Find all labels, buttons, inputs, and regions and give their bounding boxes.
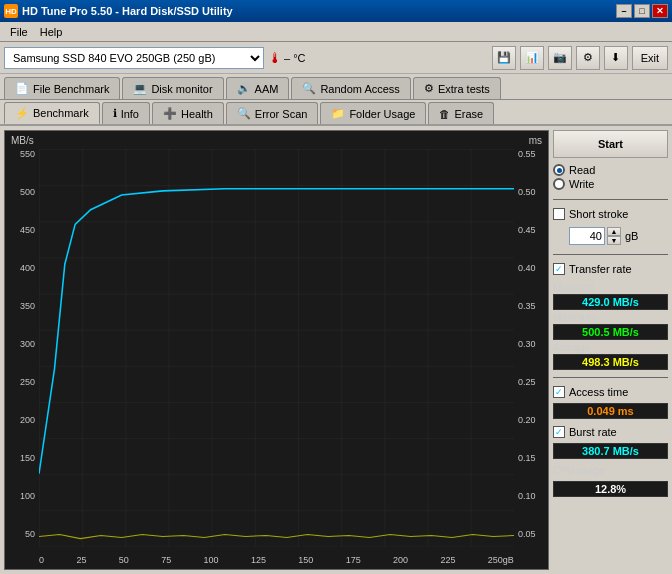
aam-icon: 🔊: [237, 82, 251, 95]
access-time-value: 0.049 ms: [553, 403, 668, 419]
menu-bar: File Help: [0, 22, 672, 42]
average-value: 498.3 MB/s: [553, 354, 668, 370]
tab-health[interactable]: ➕ Health: [152, 102, 224, 124]
tab-info[interactable]: ℹ Info: [102, 102, 150, 124]
disk-monitor-icon: 💻: [133, 82, 147, 95]
stroke-spin-up[interactable]: ▲: [607, 227, 621, 236]
y-axis-left: 550 500 450 400 350 300 250 200 150 100 …: [7, 149, 35, 539]
short-stroke-row[interactable]: Short stroke: [553, 207, 668, 221]
window-controls: – □ ✕: [616, 4, 668, 18]
drive-selector[interactable]: Samsung SSD 840 EVO 250GB (250 gB): [4, 47, 264, 69]
read-radio[interactable]: [553, 164, 565, 176]
benchmark-icon: ⚡: [15, 107, 29, 120]
maximum-value: 500.5 MB/s: [553, 324, 668, 340]
minimum-value: 429.0 MB/s: [553, 294, 668, 310]
maximize-button[interactable]: □: [634, 4, 650, 18]
transfer-rate-checkbox[interactable]: ✓: [553, 263, 565, 275]
minimize-button[interactable]: –: [616, 4, 632, 18]
chart-area: MB/s ms 550 500 450 400 350 300 250 200 …: [4, 130, 549, 570]
maximum-label: Maximum: [553, 312, 668, 323]
access-time-row[interactable]: ✓ Access time: [553, 385, 668, 399]
menu-help[interactable]: Help: [34, 24, 69, 40]
tab-file-benchmark-label: File Benchmark: [33, 83, 109, 95]
settings-icon: ⚙: [583, 51, 593, 64]
chart-ms-label: ms: [529, 135, 542, 146]
tab-folder-usage-label: Folder Usage: [349, 108, 415, 120]
stroke-unit: gB: [625, 230, 638, 242]
average-label: Average: [553, 342, 668, 353]
download-icon: ⬇: [611, 51, 620, 64]
burst-rate-row[interactable]: ✓ Burst rate: [553, 425, 668, 439]
stroke-spinners: ▲ ▼: [607, 227, 621, 245]
window-title: HD Tune Pro 5.50 - Hard Disk/SSD Utility: [22, 5, 233, 17]
divider-2: [553, 254, 668, 255]
erase-icon: 🗑: [439, 108, 450, 120]
cpu-value: 12.8%: [553, 481, 668, 497]
tab-info-label: Info: [121, 108, 139, 120]
stroke-input-row: ▲ ▼ gB: [553, 225, 668, 247]
tab-aam-label: AAM: [255, 83, 279, 95]
tab-erase[interactable]: 🗑 Erase: [428, 102, 494, 124]
exit-button[interactable]: Exit: [632, 46, 668, 70]
thermometer-icon: 🌡: [268, 50, 282, 66]
burst-rate-checkbox[interactable]: ✓: [553, 426, 565, 438]
tab-erase-label: Erase: [454, 108, 483, 120]
icon-btn-2[interactable]: 📊: [520, 46, 544, 70]
read-option[interactable]: Read: [553, 164, 668, 176]
x-axis: 0 25 50 75 100 125 150 175 200 225 250gB: [39, 555, 514, 565]
y-axis-right: 0.55 0.50 0.45 0.40 0.35 0.30 0.25 0.20 …: [518, 149, 546, 539]
tab-random-access-label: Random Access: [320, 83, 399, 95]
temperature-display: 🌡 – °C: [268, 50, 306, 66]
icon-btn-3[interactable]: 📷: [548, 46, 572, 70]
tab-aam[interactable]: 🔊 AAM: [226, 77, 290, 99]
burst-rate-label: Burst rate: [569, 426, 617, 438]
tab-health-label: Health: [181, 108, 213, 120]
stroke-spin-down[interactable]: ▼: [607, 236, 621, 245]
icon-btn-4[interactable]: ⚙: [576, 46, 600, 70]
chart-mbps-label: MB/s: [11, 135, 34, 146]
menu-file[interactable]: File: [4, 24, 34, 40]
svg-rect-1: [39, 149, 514, 547]
health-icon: ➕: [163, 107, 177, 120]
tab-benchmark-label: Benchmark: [33, 107, 89, 119]
write-label: Write: [569, 178, 594, 190]
tab-error-scan[interactable]: 🔍 Error Scan: [226, 102, 319, 124]
short-stroke-label: Short stroke: [569, 208, 628, 220]
tab-file-benchmark[interactable]: 📄 File Benchmark: [4, 77, 120, 99]
info-icon: ℹ: [113, 107, 117, 120]
read-write-group: Read Write: [553, 162, 668, 192]
app-icon: HD: [4, 4, 18, 18]
temperature-value: – °C: [284, 52, 306, 64]
transfer-rate-label: Transfer rate: [569, 263, 632, 275]
icon-btn-1[interactable]: 💾: [492, 46, 516, 70]
start-button[interactable]: Start: [553, 130, 668, 158]
divider-1: [553, 199, 668, 200]
stroke-value-input[interactable]: [569, 227, 605, 245]
file-benchmark-icon: 📄: [15, 82, 29, 95]
error-scan-icon: 🔍: [237, 107, 251, 120]
tabs-row2: ⚡ Benchmark ℹ Info ➕ Health 🔍 Error Scan…: [0, 100, 672, 126]
tab-random-access[interactable]: 🔍 Random Access: [291, 77, 410, 99]
tabs-row1: 📄 File Benchmark 💻 Disk monitor 🔊 AAM 🔍 …: [0, 74, 672, 100]
transfer-rate-row[interactable]: ✓ Transfer rate: [553, 262, 668, 276]
benchmark-chart: [39, 149, 514, 547]
access-time-label: Access time: [569, 386, 628, 398]
divider-3: [553, 377, 668, 378]
extra-tests-icon: ⚙: [424, 82, 434, 95]
tab-disk-monitor[interactable]: 💻 Disk monitor: [122, 77, 223, 99]
close-button[interactable]: ✕: [652, 4, 668, 18]
short-stroke-checkbox[interactable]: [553, 208, 565, 220]
tab-benchmark[interactable]: ⚡ Benchmark: [4, 102, 100, 124]
read-label: Read: [569, 164, 595, 176]
write-option[interactable]: Write: [553, 178, 668, 190]
folder-usage-icon: 📁: [331, 107, 345, 120]
icon-btn-5[interactable]: ⬇: [604, 46, 628, 70]
tab-folder-usage[interactable]: 📁 Folder Usage: [320, 102, 426, 124]
tab-error-scan-label: Error Scan: [255, 108, 308, 120]
tab-extra-tests[interactable]: ⚙ Extra tests: [413, 77, 501, 99]
access-time-checkbox[interactable]: ✓: [553, 386, 565, 398]
cpu-label: CPU usage: [553, 465, 668, 476]
write-radio[interactable]: [553, 178, 565, 190]
title-bar: HD HD Tune Pro 5.50 - Hard Disk/SSD Util…: [0, 0, 672, 22]
main-content: MB/s ms 550 500 450 400 350 300 250 200 …: [0, 126, 672, 574]
